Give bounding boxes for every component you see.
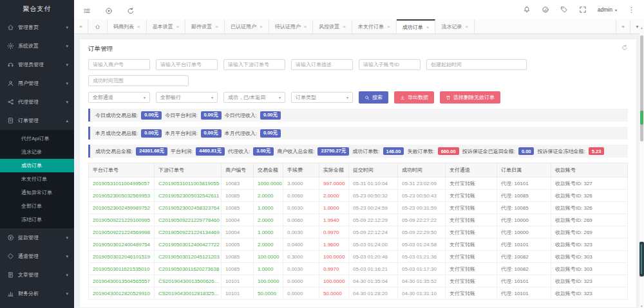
cell-platform-order-no[interactable]: 20190503012046101519	[89, 251, 155, 263]
delete-button-label: 选择删除无效订单	[453, 94, 495, 101]
table-row: 20190523002459989752C2019052300245832376…	[89, 202, 628, 214]
scrollbar-thumb[interactable]	[640, 35, 643, 141]
tab-verified-users[interactable]: 已认证用户×	[225, 19, 269, 33]
tab-risk-settings[interactable]: 风控设置×	[313, 19, 352, 33]
tab-home[interactable]	[88, 19, 108, 33]
tabs-scroll-right-button[interactable]: »	[616, 19, 630, 33]
sidebar-item-channel-manage[interactable]: 通道管理▾	[0, 247, 74, 266]
platform-order-no-input[interactable]	[156, 59, 218, 70]
cell-downstream-order-no[interactable]: C20190509221229778460	[155, 214, 222, 226]
cell-downstream-order-no[interactable]: CS20190430013500626...	[155, 275, 222, 287]
status-select[interactable]: 成功，已/未返回▾	[223, 92, 285, 103]
tab-mail-settings[interactable]: 邮件设置×	[185, 19, 225, 33]
tab-basic-settings[interactable]: 基本设置×	[147, 19, 186, 33]
user-menu[interactable]: admin ▾	[598, 6, 617, 13]
tab-flow-records[interactable]: 流水记录×	[435, 19, 475, 33]
close-icon[interactable]: ×	[426, 24, 430, 30]
sidebar-item-article-manage[interactable]: 文章管理▾	[0, 266, 74, 284]
close-icon[interactable]: ×	[137, 24, 140, 30]
cell-platform-order-no[interactable]: 20190523002459989752	[89, 202, 155, 214]
sidebar-subitem-notify-error-orders[interactable]: 通知异常订单	[0, 186, 74, 199]
export-data-button[interactable]: 导出数据	[394, 91, 434, 104]
tab-success-orders[interactable]: 成功订单×	[397, 19, 436, 33]
tag-icon[interactable]	[560, 6, 568, 14]
cell-platform-order-no[interactable]: 20190531011004995057	[89, 177, 155, 190]
close-icon[interactable]: ×	[343, 24, 346, 30]
cell-receive-account: 收款账号ID: 269	[551, 214, 628, 226]
sidebar-item-label: 订单管理	[18, 117, 39, 124]
cell-platform-order-no[interactable]: 20190509221229100995	[89, 214, 155, 226]
search-button[interactable]: 搜索	[359, 91, 388, 104]
sidebar-item-withdraw-manage[interactable]: 提款管理▾	[0, 228, 74, 247]
tab-unpaid-orders[interactable]: 未支付订单×	[352, 19, 397, 33]
close-icon[interactable]: ×	[215, 24, 218, 30]
sidebar-subitem-frozen-orders[interactable]: 冻结订单	[0, 213, 74, 226]
filter-selects-row: 全部通道▾全部银行▾成功，已/未返回▾订单类型▾ 搜索 导出数据 选择删除无效订…	[88, 91, 628, 104]
cell-downstream-order-no[interactable]: C20190509221224134469	[155, 226, 222, 239]
sidebar-item-user-manage[interactable]: 用户管理▾	[0, 74, 74, 93]
cell-platform-order-no[interactable]: 20190523005032569953	[89, 190, 155, 202]
scrollbar-up-arrow-icon[interactable]: ▴	[639, 26, 644, 30]
tab-merchant-list[interactable]: 码商列表×	[108, 19, 147, 33]
kebab-menu-icon[interactable]: ⋮	[628, 6, 635, 14]
bank-select[interactable]: 全部银行▾	[156, 92, 218, 103]
sidebar-item-finance-analysis[interactable]: 财务分析▾	[0, 284, 74, 303]
sidebar-subitem-all-orders[interactable]: 全部订单	[0, 199, 74, 213]
create-start-time-input[interactable]	[426, 59, 527, 70]
cell-actual-amount: 50.0000	[319, 287, 349, 300]
cell-platform-order-no[interactable]: 20190509221224569998	[89, 226, 155, 239]
order-type-select[interactable]: 订单类型▾	[291, 92, 353, 103]
sidebar-subitem-success-orders[interactable]: 成功订单	[0, 159, 74, 172]
cell-downstream-order-no[interactable]: CS20190430012818325...	[155, 287, 222, 300]
close-icon[interactable]: ×	[260, 24, 263, 30]
cell-platform-order-no[interactable]: 20190503011621535010	[89, 263, 155, 275]
cell-downstream-order-no[interactable]: C20190503011620273638	[155, 263, 222, 275]
cell-receive-account: 收款账号ID: 323	[551, 287, 628, 300]
channel-select[interactable]: 全部通道▾	[88, 92, 150, 103]
downstream-order-no-input[interactable]	[223, 59, 285, 70]
sidebar-item-system-settings[interactable]: 系统设置▾	[0, 37, 74, 55]
cell-downstream-order-no[interactable]: C20190531011003819055	[155, 177, 222, 190]
scrollbar-down-arrow-icon[interactable]: ▾	[639, 304, 644, 308]
cell-downstream-order-no[interactable]: C20190523002458323764	[155, 202, 222, 214]
sidebar-item-admin-manage[interactable]: 管理员管理▾	[0, 55, 74, 74]
tab-pending-users[interactable]: 待认证用户×	[269, 19, 314, 33]
gauge-icon[interactable]	[542, 6, 549, 14]
order-desc-input[interactable]	[291, 59, 353, 70]
sidebar-item-order-manage[interactable]: 订单管理▴	[0, 111, 74, 130]
table-row: 20190430013504565557CS20190430013500626.…	[89, 275, 628, 287]
sidebar-subitem-flow-records[interactable]: 流水记录	[0, 145, 74, 159]
sidebar-subitem-api-pay-orders[interactable]: 代付Api订单	[0, 132, 74, 145]
cell-submit-time: 05-03 01:24:00	[349, 239, 398, 251]
tabs-scroll-left-button[interactable]: «	[74, 19, 88, 33]
success-time-range-input[interactable]	[88, 75, 189, 86]
close-icon[interactable]: ×	[465, 24, 468, 30]
delete-invalid-orders-button[interactable]: 选择删除无效订单	[440, 91, 500, 104]
sidebar-item-home[interactable]: 管理首页▾	[0, 18, 74, 37]
cell-downstream-order-no[interactable]: C20190503012045121203	[155, 251, 222, 263]
cell-downstream-order-no[interactable]: C20190523005032542611	[155, 190, 222, 202]
sidebar-subitem-unpaid-orders[interactable]: 未支付订单	[0, 172, 74, 186]
close-icon[interactable]: ×	[176, 24, 180, 30]
stat-label: 失败订单数:	[407, 148, 434, 155]
merchant-no-input[interactable]	[88, 59, 150, 70]
scrollbar[interactable]: ▴ ▾	[639, 26, 644, 308]
col-submit-time: 提交时间	[349, 163, 398, 177]
fullscreen-icon[interactable]	[579, 6, 587, 14]
cell-platform-order-no[interactable]: 20190503012400489754	[89, 239, 155, 251]
table-row: 20190531011004995057C2019053101100381905…	[89, 177, 628, 190]
cell-downstream-order-no[interactable]: C20190503012400427722	[155, 239, 222, 251]
cell-platform-order-no[interactable]: 20190430013504565557	[89, 275, 155, 287]
bell-icon[interactable]	[523, 6, 531, 14]
card-refresh-icon[interactable]	[621, 44, 628, 51]
cell-platform-order-no[interactable]: 20190430012820529910	[89, 287, 155, 300]
sub-account-id-input[interactable]	[359, 59, 421, 70]
close-icon[interactable]: ×	[387, 24, 390, 30]
close-icon[interactable]: ×	[304, 24, 307, 30]
stat-label: 今日平台利润:	[165, 112, 197, 119]
headset-icon	[7, 61, 14, 68]
tab-label: 待认证用户	[275, 23, 301, 30]
col-order-owner: 订单归属	[497, 163, 551, 177]
cell-actual-amount: 1.0000	[319, 202, 349, 214]
sidebar-item-agent-manage[interactable]: 代理管理▾	[0, 93, 74, 111]
